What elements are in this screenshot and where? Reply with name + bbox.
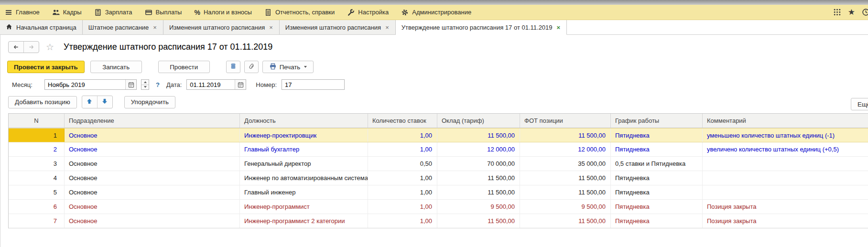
- table-cell[interactable]: Инженер по автоматизированным системам у…: [240, 171, 368, 185]
- table-cell[interactable]: Позиция закрыта: [703, 200, 868, 214]
- attachments-button[interactable]: [244, 61, 259, 73]
- calendar-icon[interactable]: [125, 80, 136, 89]
- table-cell[interactable]: Основное: [65, 142, 240, 156]
- table-cell[interactable]: 1,00: [368, 214, 437, 228]
- close-icon[interactable]: ×: [385, 24, 390, 31]
- date-input[interactable]: [187, 80, 235, 89]
- column-header[interactable]: N: [9, 114, 65, 128]
- table-cell[interactable]: 1,00: [368, 142, 437, 156]
- table-cell[interactable]: уменьшено количество штатных единиц (-1): [703, 129, 868, 142]
- column-header[interactable]: ФОТ позиции: [520, 114, 611, 128]
- table-cell[interactable]: Пятидневка: [611, 185, 703, 199]
- tab-schedule-changes-1[interactable]: Изменения штатного расписания ×: [163, 20, 280, 34]
- month-stepper[interactable]: [141, 79, 149, 90]
- table-cell[interactable]: [703, 157, 868, 171]
- back-button[interactable]: [9, 42, 23, 53]
- calendar-icon[interactable]: [235, 80, 246, 89]
- post-button[interactable]: Провести: [158, 61, 210, 73]
- table-cell[interactable]: 11 500,00: [520, 171, 611, 185]
- post-and-close-button[interactable]: Провести и закрыть: [7, 61, 85, 73]
- table-cell[interactable]: 1,00: [368, 129, 437, 142]
- history-clock-icon[interactable]: [862, 8, 868, 16]
- table-cell[interactable]: 4: [9, 171, 65, 185]
- table-cell[interactable]: Основное: [65, 200, 240, 214]
- table-cell[interactable]: 7: [9, 214, 65, 228]
- table-row[interactable]: 5ОсновноеГлавный инженер1,0011 500,0011 …: [9, 185, 868, 200]
- table-cell[interactable]: 11 500,00: [520, 214, 611, 228]
- table-cell[interactable]: Основное: [65, 171, 240, 185]
- menu-item-staff[interactable]: Кадры: [52, 9, 82, 16]
- table-cell[interactable]: 2: [9, 142, 65, 156]
- print-button[interactable]: Печать: [262, 61, 314, 73]
- table-cell[interactable]: 9 500,00: [437, 200, 520, 214]
- table-cell[interactable]: Инженер-проектировщик: [240, 129, 368, 142]
- table-row[interactable]: 7ОсновноеИнженер-программист 2 категории…: [9, 214, 868, 228]
- table-cell[interactable]: Пятидневка: [611, 200, 703, 214]
- table-cell[interactable]: 1,00: [368, 185, 437, 199]
- tab-schedule-changes-2[interactable]: Изменения штатного расписания ×: [280, 20, 396, 34]
- table-cell[interactable]: 5: [9, 185, 65, 199]
- tab-staffing-schedule[interactable]: Штатное расписание ×: [83, 20, 163, 34]
- close-icon[interactable]: ×: [152, 24, 157, 31]
- help-link[interactable]: ?: [156, 81, 160, 88]
- table-cell[interactable]: Пятидневка: [611, 129, 703, 142]
- column-header[interactable]: Оклад (тариф): [437, 114, 520, 128]
- forward-button[interactable]: [23, 42, 39, 53]
- tab-schedule-approval[interactable]: Утверждение штатного расписания 17 от 01…: [396, 20, 567, 35]
- table-cell[interactable]: 12 000,00: [437, 142, 520, 156]
- number-input[interactable]: [282, 80, 344, 89]
- column-header[interactable]: Количество ставок: [368, 114, 437, 128]
- table-cell[interactable]: [703, 171, 868, 185]
- table-cell[interactable]: увеличено количество штатных единиц (+0,…: [703, 142, 868, 156]
- table-cell[interactable]: 11 500,00: [520, 185, 611, 199]
- menu-item-administration[interactable]: Администрирование: [401, 9, 471, 16]
- table-row[interactable]: 3ОсновноеГенеральный директор0,5070 000,…: [9, 157, 868, 171]
- menu-item-main[interactable]: Главное: [5, 9, 40, 16]
- table-cell[interactable]: 9 500,00: [520, 200, 611, 214]
- month-input[interactable]: [45, 80, 125, 89]
- move-up-button[interactable]: [82, 96, 97, 108]
- column-header[interactable]: Должность: [240, 114, 368, 128]
- table-cell[interactable]: Основное: [65, 214, 240, 228]
- table-cell[interactable]: 6: [9, 200, 65, 214]
- table-cell[interactable]: Основное: [65, 157, 240, 171]
- favorite-star-icon[interactable]: ☆: [46, 43, 54, 52]
- document-movements-button[interactable]: [226, 61, 240, 73]
- step-down-icon[interactable]: [141, 85, 149, 90]
- table-row[interactable]: 6ОсновноеИнженер-программист1,009 500,00…: [9, 200, 868, 214]
- table-cell[interactable]: 11 500,00: [437, 185, 520, 199]
- table-cell[interactable]: 11 500,00: [437, 171, 520, 185]
- add-position-button[interactable]: Добавить позицию: [8, 96, 77, 108]
- column-header[interactable]: Подразделение: [65, 114, 240, 128]
- table-cell[interactable]: 70 000,00: [437, 157, 520, 171]
- table-cell[interactable]: 1,00: [368, 171, 437, 185]
- table-cell[interactable]: Главный бухгалтер: [240, 142, 368, 156]
- table-cell[interactable]: 1,00: [368, 200, 437, 214]
- favorites-star-icon[interactable]: ★: [848, 8, 855, 16]
- table-cell[interactable]: [703, 185, 868, 199]
- menu-item-reports[interactable]: Отчетность, справки: [264, 9, 335, 16]
- table-cell[interactable]: 0,50: [368, 157, 437, 171]
- table-cell[interactable]: Основное: [65, 129, 240, 142]
- table-cell[interactable]: 12 000,00: [520, 142, 611, 156]
- table-row[interactable]: 1ОсновноеИнженер-проектировщик1,0011 500…: [9, 128, 868, 142]
- grid-icon[interactable]: [833, 8, 841, 16]
- table-cell[interactable]: 11 500,00: [437, 214, 520, 228]
- table-cell[interactable]: Пятидневка: [611, 142, 703, 156]
- table-row[interactable]: 2ОсновноеГлавный бухгалтер1,0012 000,001…: [9, 142, 868, 157]
- close-icon[interactable]: ×: [269, 24, 273, 31]
- more-button[interactable]: Ещё: [851, 98, 868, 110]
- table-cell[interactable]: Инженер-программист: [240, 200, 368, 214]
- table-cell[interactable]: Основное: [65, 185, 240, 199]
- table-cell[interactable]: 0,5 ставки и Пятидневка: [611, 157, 703, 171]
- table-cell[interactable]: 11 500,00: [437, 129, 520, 142]
- table-cell[interactable]: 11 500,00: [520, 129, 611, 142]
- table-cell[interactable]: Пятидневка: [611, 171, 703, 185]
- table-row[interactable]: 4ОсновноеИнженер по автоматизированным с…: [9, 171, 868, 185]
- close-icon[interactable]: ×: [556, 24, 561, 31]
- tab-home[interactable]: Начальная страница: [0, 20, 83, 34]
- menu-item-salary[interactable]: Зарплата: [94, 9, 132, 16]
- step-up-icon[interactable]: [141, 80, 149, 85]
- column-header[interactable]: Комментарий: [703, 114, 868, 128]
- column-header[interactable]: График работы: [611, 114, 703, 128]
